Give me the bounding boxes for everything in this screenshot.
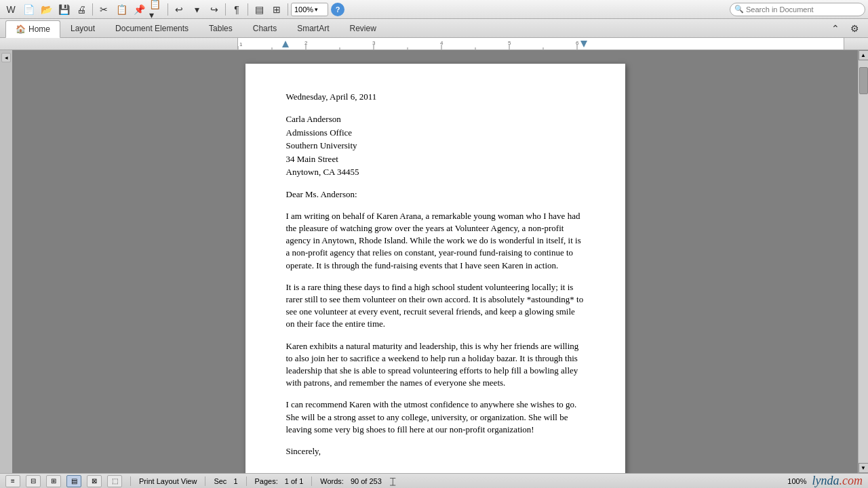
undo-btn[interactable]: ↩ xyxy=(171,2,187,17)
signature-space xyxy=(286,467,585,473)
print-btn[interactable]: 🖨 xyxy=(73,2,90,17)
ribbon-tabs: 🏠 Home Layout Document Elements Tables C… xyxy=(0,19,868,38)
status-right: 100% lynda.com xyxy=(787,474,863,488)
pilcrow-btn[interactable]: ¶ xyxy=(229,2,245,17)
svg-marker-17 xyxy=(282,41,289,47)
scroll-track[interactable] xyxy=(859,60,868,463)
paste-btn[interactable]: 📌 xyxy=(131,2,147,17)
new-btn[interactable]: 📄 xyxy=(20,2,37,17)
tab-document-elements[interactable]: Document Elements xyxy=(105,20,199,37)
ruler-marks: 1 2 3 4 5 6 xyxy=(238,38,844,50)
save-btn[interactable]: 💾 xyxy=(56,2,72,17)
ribbon-options-btn[interactable]: ⚙ xyxy=(846,21,863,36)
closing: Sincerely, xyxy=(286,445,585,458)
ruler: 1 2 3 4 5 6 xyxy=(0,38,868,50)
cursor-icon: ⌶ xyxy=(390,476,395,487)
home-icon: 🏠 xyxy=(16,24,26,34)
tab-layout[interactable]: Layout xyxy=(60,20,105,37)
toolbar: W 📄 📂 💾 🖨 ✂ 📋 📌 📋▾ ↩ ▾ ↪ ¶ ▤ ⊞ 100% ▾ ? … xyxy=(0,0,868,19)
open-btn[interactable]: 📂 xyxy=(38,2,54,17)
body-para-2: It is a rare thing these days to find a … xyxy=(286,281,585,331)
view-btn-4[interactable]: ▤ xyxy=(66,475,81,487)
zoom-value: 100% xyxy=(294,5,313,14)
svg-text:6: 6 xyxy=(576,40,579,46)
zoom-box[interactable]: 100% ▾ xyxy=(291,3,328,16)
svg-marker-18 xyxy=(580,41,587,47)
word-icon[interactable]: W xyxy=(3,2,19,17)
ribbon-right-controls: ⌃ ⚙ xyxy=(827,21,863,36)
zoom-dropdown-icon: ▾ xyxy=(315,6,318,13)
view-btn-1[interactable]: ≡ xyxy=(5,475,20,487)
recipient-city: Anytown, CA 34455 xyxy=(286,165,585,179)
body-para-1: I am writing on behalf of Karen Arana, a… xyxy=(286,210,585,272)
tab-charts[interactable]: Charts xyxy=(243,20,287,37)
cut-btn[interactable]: ✂ xyxy=(96,2,112,17)
format2-btn[interactable]: ⊞ xyxy=(269,2,285,17)
sep3 xyxy=(225,3,226,16)
search-icon: 🔍 xyxy=(734,5,744,14)
tab-tables[interactable]: Tables xyxy=(199,20,243,37)
pages-label: Pages: xyxy=(255,477,278,485)
salutation: Dear Ms. Anderson: xyxy=(286,188,585,201)
svg-text:4: 4 xyxy=(440,40,443,46)
scroll-up-btn[interactable]: ▲ xyxy=(859,50,869,60)
recipient-address: Carla Anderson Admissions Office Souther… xyxy=(286,113,585,179)
words-value: 90 of 253 xyxy=(351,477,382,485)
zoom-status: 100% xyxy=(787,477,806,485)
redo-btn[interactable]: ↪ xyxy=(206,2,222,17)
section-value: 1 xyxy=(233,477,237,485)
svg-text:5: 5 xyxy=(508,40,511,46)
recipient-name: Carla Anderson xyxy=(286,113,585,126)
view-btn-5[interactable]: ⊠ xyxy=(87,475,102,487)
view-btn-6[interactable]: ⬚ xyxy=(107,475,122,487)
scrollbar-vertical[interactable]: ▲ ▼ xyxy=(858,50,868,473)
pages-value: 1 of 1 xyxy=(285,477,304,485)
view-label: Print Layout View xyxy=(139,477,197,485)
sep5 xyxy=(288,3,288,16)
status-bar: ≡ ⊟ ⊞ ▤ ⊠ ⬚ Print Layout View Sec 1 Page… xyxy=(0,473,868,488)
sep2 xyxy=(167,3,168,16)
search-input[interactable] xyxy=(746,5,854,14)
recipient-university: Southern University xyxy=(286,139,585,152)
body-para-3: Karen exhibits a natural maturity and le… xyxy=(286,340,585,390)
left-nav-btn[interactable]: ◂ xyxy=(1,53,11,62)
sep1 xyxy=(92,3,93,16)
svg-text:3: 3 xyxy=(372,40,376,46)
lynda-logo: lynda.com xyxy=(812,474,863,488)
tab-home-label: Home xyxy=(28,24,50,34)
tab-review[interactable]: Review xyxy=(339,20,386,37)
tab-smartart[interactable]: SmartArt xyxy=(287,20,339,37)
recipient-street: 34 Main Street xyxy=(286,152,585,166)
status-sep-4 xyxy=(311,476,312,486)
status-sep-2 xyxy=(205,476,205,486)
svg-text:2: 2 xyxy=(304,40,308,46)
left-sidebar: ◂ xyxy=(0,50,12,473)
status-sep-3 xyxy=(246,476,247,486)
view-btn-2[interactable]: ⊟ xyxy=(26,475,41,487)
doc-date: Wednesday, April 6, 2011 xyxy=(286,91,585,103)
scroll-down-btn[interactable]: ▼ xyxy=(859,463,869,473)
recipient-office: Admissions Office xyxy=(286,126,585,140)
undo-dropdown[interactable]: ▾ xyxy=(189,2,205,17)
status-sep-1 xyxy=(130,476,131,486)
sep4 xyxy=(248,3,248,16)
ribbon-minimize-btn[interactable]: ⌃ xyxy=(827,21,844,36)
document-page[interactable]: Wednesday, April 6, 2011 Carla Anderson … xyxy=(245,64,625,473)
copy-btn[interactable]: 📋 xyxy=(113,2,130,17)
scroll-thumb[interactable] xyxy=(859,67,868,94)
paste-special-btn[interactable]: 📋▾ xyxy=(149,2,165,17)
section-label: Sec xyxy=(214,477,226,485)
doc-area[interactable]: Wednesday, April 6, 2011 Carla Anderson … xyxy=(12,50,858,473)
format-btn[interactable]: ▤ xyxy=(251,2,267,17)
ruler-inner: 1 2 3 4 5 6 xyxy=(237,38,844,49)
search-box[interactable]: 🔍 xyxy=(730,3,865,16)
body-para-4: I can recommend Karen with the utmost co… xyxy=(286,399,585,436)
view-btn-3[interactable]: ⊞ xyxy=(46,475,61,487)
help-button[interactable]: ? xyxy=(331,3,344,16)
svg-text:1: 1 xyxy=(239,41,243,47)
tab-home[interactable]: 🏠 Home xyxy=(5,20,60,38)
main-area: ◂ Wednesday, April 6, 2011 Carla Anderso… xyxy=(0,50,868,473)
words-label: Words: xyxy=(320,477,344,485)
